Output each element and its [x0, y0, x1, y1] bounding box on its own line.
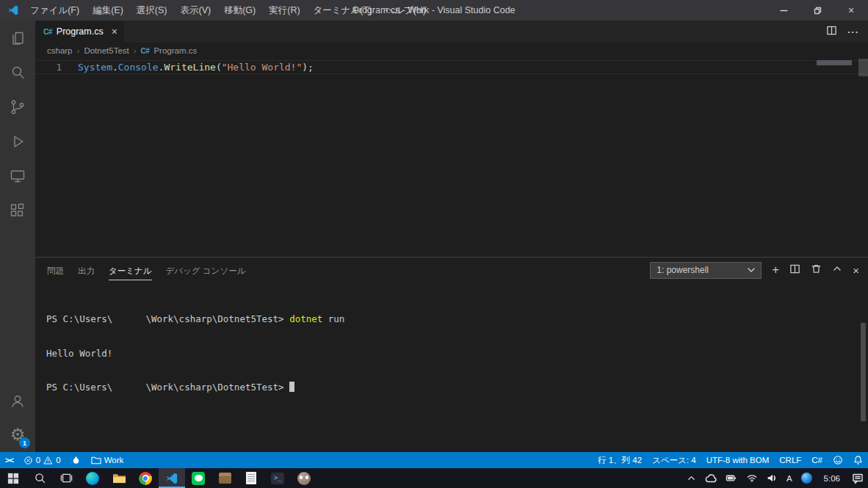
source-control-icon[interactable]: [0, 90, 35, 124]
speaker-icon: [767, 473, 778, 484]
volume-button[interactable]: [762, 468, 782, 488]
breadcrumb-subfolder[interactable]: Dotnet5Test: [84, 46, 129, 55]
code-editor[interactable]: 1 System.Console.WriteLine("Hello World!…: [35, 59, 868, 257]
taskbar-clock[interactable]: 5:06: [817, 468, 847, 488]
minimize-button[interactable]: [767, 0, 800, 21]
code-text: System.Console.WriteLine("Hello World!")…: [78, 62, 314, 73]
omnisharp-flame-indicator[interactable]: [66, 452, 86, 468]
terminal-app-button[interactable]: >_: [264, 468, 291, 488]
battery-button[interactable]: [721, 468, 742, 488]
tab-bar: C# Program.cs × ···: [35, 21, 868, 43]
line-number: 1: [35, 62, 62, 73]
close-button[interactable]: ×: [834, 0, 868, 21]
split-editor-icon[interactable]: [826, 25, 837, 39]
notepad-icon: [246, 472, 256, 484]
indentation[interactable]: スペース: 4: [647, 452, 701, 468]
maximize-panel-icon[interactable]: [832, 263, 842, 277]
explorer-icon[interactable]: [0, 21, 35, 55]
more-actions-icon[interactable]: ···: [847, 26, 859, 37]
status-bar: >< 0 0 Work 行 1、列 42 スペース: 4 UTF-8 with …: [0, 452, 868, 468]
chevron-right-icon: ›: [77, 46, 80, 55]
encoding[interactable]: UTF-8 with BOM: [701, 452, 775, 468]
file-explorer-icon: [112, 472, 126, 484]
feedback-smiley-icon: [833, 455, 843, 465]
new-terminal-icon[interactable]: +: [772, 263, 779, 277]
menu-run[interactable]: 実行(R): [262, 0, 306, 21]
chevron-down-icon: [748, 268, 755, 272]
vscode-taskbar-button[interactable]: [159, 468, 185, 488]
task-view-icon: [60, 472, 73, 484]
extensions-icon[interactable]: [0, 193, 35, 227]
tab-output[interactable]: 出力: [78, 261, 95, 280]
language-mode[interactable]: C#: [806, 452, 828, 468]
eol-sequence[interactable]: CRLF: [774, 452, 806, 468]
run-debug-icon[interactable]: [0, 124, 35, 159]
start-button[interactable]: [0, 468, 26, 488]
search-icon: [34, 472, 46, 484]
gimp-button[interactable]: [291, 468, 317, 488]
window-controls: ×: [767, 0, 868, 21]
vscode-icon: [165, 472, 178, 485]
window-title: Program.cs - Work - Visual Studio Code: [352, 5, 515, 15]
tab-debug-console[interactable]: デバッグ コンソール: [166, 261, 246, 280]
project-folder-indicator[interactable]: Work: [86, 452, 129, 468]
tab-terminal[interactable]: ターミナル: [109, 261, 152, 280]
gimp-icon: [297, 472, 311, 485]
line-app-icon: [192, 472, 205, 485]
kill-terminal-icon[interactable]: [811, 263, 822, 277]
vscode-window: ファイル(F) 編集(E) 選択(S) 表示(V) 移動(G) 実行(R) ター…: [0, 0, 868, 488]
breadcrumb-file[interactable]: Program.cs: [153, 46, 197, 55]
cursor-position[interactable]: 行 1、列 42: [593, 452, 647, 468]
terminal[interactable]: PS C:\Users\ \Work\csharp\Dotnet5Test> d…: [35, 283, 868, 452]
task-view-button[interactable]: [53, 468, 79, 488]
storage-box-app-button[interactable]: [211, 468, 238, 488]
tray-app-button[interactable]: [797, 468, 817, 488]
remote-indicator[interactable]: ><: [0, 452, 18, 468]
edge-button[interactable]: [79, 468, 106, 488]
terminal-scrollbar[interactable]: [861, 323, 866, 421]
chevron-up-icon: [687, 473, 696, 483]
action-center-icon: [852, 473, 864, 484]
chevron-right-icon: ›: [134, 46, 137, 55]
ime-indicator[interactable]: A: [782, 468, 797, 488]
feedback-indicator[interactable]: [828, 452, 848, 468]
network-button[interactable]: [742, 468, 762, 488]
problems-indicator[interactable]: 0 0: [18, 452, 66, 468]
split-terminal-icon[interactable]: [789, 263, 800, 277]
vscode-logo-icon: [7, 4, 19, 16]
menu-edit[interactable]: 編集(E): [86, 0, 130, 21]
onedrive-button[interactable]: [701, 468, 721, 488]
breadcrumb-folder[interactable]: csharp: [47, 46, 73, 55]
terminal-output: Hello World!: [46, 348, 868, 360]
file-explorer-button[interactable]: [106, 468, 132, 488]
line-app-button[interactable]: [185, 468, 211, 488]
menu-file[interactable]: ファイル(F): [23, 0, 86, 21]
notepad-button[interactable]: [238, 468, 264, 488]
box-app-icon: [219, 473, 231, 484]
hidden-icons-button[interactable]: [682, 468, 701, 488]
tab-problems[interactable]: 問題: [47, 261, 64, 280]
bottom-panel: 問題 出力 ターミナル デバッグ コンソール 1: powershell +: [35, 257, 868, 452]
close-panel-icon[interactable]: ×: [853, 264, 859, 277]
settings-gear-icon[interactable]: ⚙ 1: [0, 418, 35, 452]
search-icon[interactable]: [0, 55, 35, 90]
close-tab-icon[interactable]: ×: [112, 26, 117, 37]
account-icon[interactable]: [0, 383, 35, 418]
panel-header: 問題 出力 ターミナル デバッグ コンソール 1: powershell +: [35, 258, 868, 283]
menu-go[interactable]: 移動(G): [217, 0, 262, 21]
editor-scrollbar[interactable]: [858, 59, 868, 76]
taskbar-search-button[interactable]: [26, 468, 53, 488]
chrome-button[interactable]: [132, 468, 159, 488]
tab-program-cs[interactable]: C# Program.cs ×: [35, 21, 124, 43]
menu-selection[interactable]: 選択(S): [130, 0, 174, 21]
warning-icon: [43, 456, 53, 465]
remote-icon: ><: [5, 456, 13, 465]
remote-explorer-icon[interactable]: [0, 159, 35, 193]
action-center-button[interactable]: [847, 468, 868, 488]
menu-view[interactable]: 表示(V): [173, 0, 217, 21]
terminal-picker-dropdown[interactable]: 1: powershell: [650, 262, 762, 279]
restore-button[interactable]: [800, 0, 834, 21]
battery-icon: [726, 473, 737, 484]
notifications-indicator[interactable]: [848, 452, 868, 468]
minimap[interactable]: [817, 59, 858, 256]
